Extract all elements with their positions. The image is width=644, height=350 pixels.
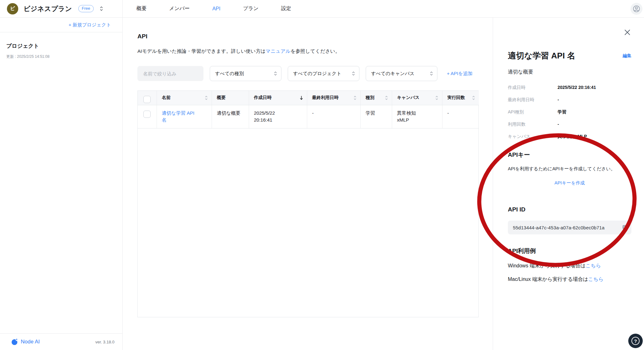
tab-settings[interactable]: 設定	[281, 5, 291, 12]
api-key-description: APIを利用するためにAPIキーを作成してください。	[508, 166, 631, 172]
search-input[interactable]	[137, 66, 203, 81]
tab-members[interactable]: メンバー	[169, 5, 190, 12]
user-avatar-button[interactable]	[630, 3, 642, 15]
page-title: API	[137, 33, 479, 40]
page-description: AIモデルを用いた推論・学習ができます。詳しい使い方はマニュアルを参照してくださ…	[137, 48, 479, 55]
tab-api[interactable]: API	[212, 6, 220, 12]
api-table: 名前 概要 作成日時 最終利用日時 種別	[137, 90, 479, 317]
description-suffix: を参照してください。	[291, 48, 340, 54]
field-api-type: API種別 学習	[508, 109, 631, 115]
field-canvas: キャンバス 異常検知xMLP	[508, 134, 631, 139]
filter-bar: すべての種別 すべてのプロジェクト すべてのキャンバス + APIを追加	[137, 66, 479, 81]
chevron-updown-icon	[430, 71, 433, 76]
field-last-used: 最終利用日時 -	[508, 97, 631, 103]
close-panel-button[interactable]	[623, 28, 631, 36]
usage-line-mac-linux: Mac/Linux 端末から実行する場合はこちら	[508, 276, 631, 283]
question-mark-icon: ?	[631, 337, 640, 345]
api-id-value: 55d13444-a47c-453a-a07a-62c0bec0b71a	[513, 225, 622, 230]
panel-summary: 適切な概要	[508, 69, 631, 75]
api-created-cell: 2025/5/22 20:16:41	[254, 110, 289, 124]
create-api-key-button[interactable]: APIキーを作成	[554, 180, 585, 185]
create-api-key-row: APIキーを作成	[508, 180, 631, 186]
sort-updown-icon	[205, 96, 208, 100]
project-filter-value: すべてのプロジェクト	[293, 71, 352, 77]
project-filter-select[interactable]: すべてのプロジェクト	[288, 66, 359, 81]
manual-link[interactable]: マニュアル	[266, 48, 291, 54]
workspace-switch-chevron-icon[interactable]	[99, 6, 103, 11]
field-created: 作成日時 2025/5/22 20:16:41	[508, 85, 631, 90]
workspace-initial: ビ	[10, 6, 15, 12]
edit-button[interactable]: 編集	[623, 53, 631, 59]
sort-updown-icon	[472, 96, 475, 100]
api-last-used-cell: -	[312, 110, 314, 116]
column-header-created[interactable]: 作成日時	[254, 95, 300, 101]
type-filter-select[interactable]: すべての種別	[210, 66, 281, 81]
column-header-type[interactable]: 種別	[366, 95, 385, 101]
select-all-checkbox[interactable]	[143, 96, 151, 103]
chevron-updown-icon	[352, 71, 355, 76]
sort-updown-icon	[385, 96, 388, 100]
field-usage-count: 利用回数 -	[508, 122, 631, 127]
chevron-updown-icon	[274, 71, 277, 76]
brand-logo[interactable]: Node AI	[11, 338, 40, 345]
windows-guide-link[interactable]: こちら	[586, 263, 601, 268]
api-id-heading: API ID	[508, 206, 631, 213]
top-bar: ビ ビジネスプラン Free 概要 メンバー API プラン 設定	[0, 0, 644, 18]
workspace-name: ビジネスプラン	[24, 4, 72, 13]
type-filter-value: すべての種別	[215, 71, 274, 77]
detail-fields: 作成日時 2025/5/22 20:16:41 最終利用日時 - API種別 学…	[508, 85, 631, 139]
panel-title: 適切な学習 API 名	[508, 50, 619, 61]
api-canvas-cell: 異常検知 xMLP	[397, 110, 421, 124]
column-header-summary: 概要	[217, 95, 245, 101]
column-header-runs[interactable]: 実行回数	[447, 95, 472, 101]
api-name-link[interactable]: 適切な学習 API 名	[162, 110, 199, 124]
description-text: AIモデルを用いた推論・学習ができます。詳しい使い方は	[137, 48, 266, 54]
copy-icon	[622, 225, 628, 231]
table-row: 適切な学習 API 名 適切な概要 2025/5/22 20:16:41 - 学…	[138, 105, 479, 128]
sort-updown-icon	[435, 96, 438, 100]
help-button[interactable]: ?	[628, 334, 643, 348]
mac-linux-guide-link[interactable]: こちら	[588, 276, 603, 282]
api-main-content: API AIモデルを用いた推論・学習ができます。詳しい使い方はマニュアルを参照し…	[123, 18, 493, 350]
sidebar-heading: プロジェクト	[6, 42, 122, 50]
column-header-name[interactable]: 名前	[162, 95, 205, 101]
add-api-button[interactable]: + APIを追加	[447, 71, 473, 77]
column-header-canvas[interactable]: キャンバス	[397, 95, 435, 101]
api-runs-cell: -	[447, 110, 449, 116]
canvas-filter-value: すべてのキャンバス	[371, 71, 430, 77]
api-detail-panel: 適切な学習 API 名 編集 適切な概要 作成日時 2025/5/22 20:1…	[493, 18, 644, 350]
copy-api-id-button[interactable]	[622, 225, 628, 231]
tab-overview[interactable]: 概要	[136, 5, 147, 12]
main-nav: 概要 メンバー API プラン 設定	[123, 5, 291, 12]
plan-badge: Free	[78, 5, 94, 12]
table-header-row: 名前 概要 作成日時 最終利用日時 種別	[138, 91, 479, 105]
sort-desc-icon	[300, 96, 303, 100]
row-checkbox[interactable]	[143, 111, 151, 118]
api-type-cell: 学習	[366, 110, 375, 116]
api-usage-heading: API利用例	[508, 247, 631, 255]
user-icon	[632, 5, 641, 13]
canvas-filter-select[interactable]: すべてのキャンバス	[366, 66, 437, 81]
new-project-button[interactable]: + 新規プロジェクト	[0, 18, 122, 32]
sidebar-updated-timestamp: 更新 : 2025/2/25 14:51:08	[6, 54, 122, 59]
node-ai-logo-icon	[11, 338, 18, 345]
api-id-box: 55d13444-a47c-453a-a07a-62c0bec0b71a	[508, 221, 631, 234]
close-icon	[624, 29, 631, 36]
workspace-avatar: ビ	[7, 3, 18, 14]
app-version: ver. 3.18.0	[95, 340, 114, 344]
project-sidebar: + 新規プロジェクト プロジェクト 更新 : 2025/2/25 14:51:0…	[0, 18, 123, 350]
sidebar-footer: Node AI ver. 3.18.0	[0, 333, 122, 350]
tab-plan[interactable]: プラン	[243, 5, 258, 12]
api-key-heading: APIキー	[508, 151, 631, 159]
sort-updown-icon	[353, 96, 357, 100]
brand-name: Node AI	[21, 339, 40, 345]
api-summary-cell: 適切な概要	[217, 110, 241, 116]
workspace-selector[interactable]: ビ ビジネスプラン Free	[0, 0, 123, 17]
column-header-last-used[interactable]: 最終利用日時	[312, 95, 353, 101]
usage-line-windows: Windows 端末から実行する場合はこちら	[508, 263, 631, 269]
